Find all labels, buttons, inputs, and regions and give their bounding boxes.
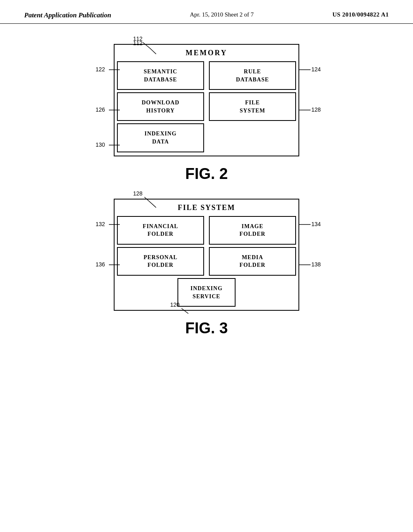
fig3-row3: INDEXING SERVICE	[115, 278, 298, 310]
fig3-section: 128 132 134 136 138 120	[32, 199, 381, 337]
svg-text:136: 136	[96, 261, 105, 268]
fig2-row2: DOWNLOAD HISTORY FILE SYSTEM	[115, 91, 298, 123]
file-system-box: FILE SYSTEM	[209, 92, 296, 121]
svg-text:132: 132	[96, 221, 105, 227]
svg-text:124: 124	[311, 66, 321, 73]
media-folder-box: MEDIA FOLDER	[209, 247, 296, 276]
svg-text:122: 122	[96, 66, 105, 73]
fig3-label: FIG. 3	[81, 320, 332, 337]
svg-text:126: 126	[96, 106, 105, 113]
file-system-outer-box: FILE SYSTEM FINANCIAL FOLDER IMAGE FOLDE…	[114, 199, 299, 311]
svg-text:134: 134	[311, 221, 321, 227]
memory-outer-box: MEMORY SEMANTIC DATABASE RULE DATABASE	[114, 44, 299, 156]
svg-text:128: 128	[311, 106, 321, 113]
fig3-row2: PERSONAL FOLDER MEDIA FOLDER	[115, 246, 298, 278]
main-content: 112 112 122 124 126 128 130	[0, 24, 413, 365]
svg-text:128: 128	[133, 190, 143, 197]
header-left-text: Patent Application Publication	[24, 11, 111, 19]
download-history-box: DOWNLOAD HISTORY	[117, 92, 204, 121]
indexing-data-box: INDEXING DATA	[117, 123, 204, 152]
svg-text:138: 138	[311, 261, 321, 268]
fig3-row1: FINANCIAL FOLDER IMAGE FOLDER	[115, 214, 298, 246]
indexing-service-box: INDEXING SERVICE	[177, 278, 236, 307]
fig2-row3: INDEXING DATA	[115, 123, 298, 155]
fig2-section: 112 112 122 124 126 128 130	[32, 44, 381, 183]
memory-title: MEMORY	[115, 45, 298, 59]
fig2-label: FIG. 2	[81, 165, 332, 183]
header-center-text: Apr. 15, 2010 Sheet 2 of 7	[190, 11, 254, 18]
semantic-database-box: SEMANTIC DATABASE	[117, 61, 204, 90]
rule-database-box: RULE DATABASE	[209, 61, 296, 90]
fig2-row1: SEMANTIC DATABASE RULE DATABASE	[115, 59, 298, 91]
image-folder-box: IMAGE FOLDER	[209, 216, 296, 245]
header-right-text: US 2010/0094822 A1	[332, 11, 389, 18]
financial-folder-box: FINANCIAL FOLDER	[117, 216, 204, 245]
page-header: Patent Application Publication Apr. 15, …	[0, 0, 413, 24]
file-system-title: FILE SYSTEM	[115, 200, 298, 214]
svg-text:130: 130	[96, 141, 105, 148]
personal-folder-box: PERSONAL FOLDER	[117, 247, 204, 276]
